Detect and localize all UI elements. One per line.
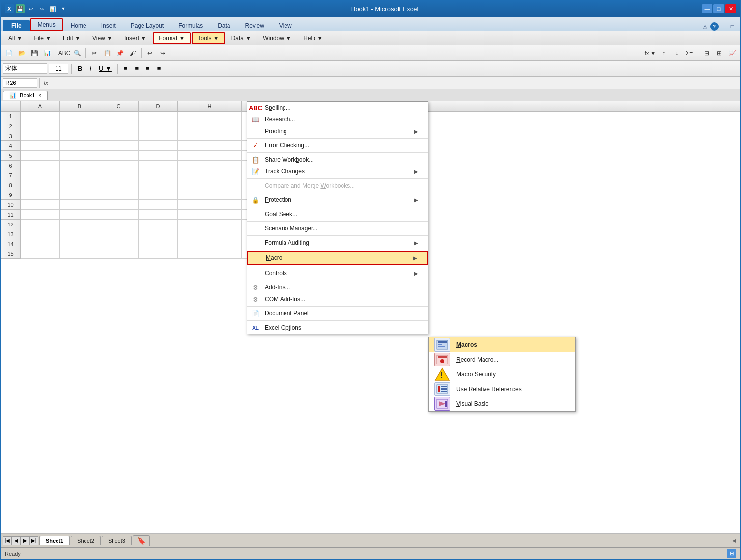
cell[interactable] bbox=[139, 112, 178, 121]
submenu-item-macro-security[interactable]: ! Macro Security bbox=[429, 367, 575, 382]
workbook-close-button[interactable]: × bbox=[38, 93, 41, 98]
cell[interactable] bbox=[99, 151, 139, 161]
menu-item-scenario[interactable]: Scenario Manager... bbox=[247, 223, 428, 234]
close-button[interactable]: ✕ bbox=[725, 4, 736, 13]
spell-btn[interactable]: ABC bbox=[58, 47, 70, 59]
tab-menus[interactable]: Menus bbox=[30, 18, 63, 31]
menu-item-macro[interactable]: Macro ▶ bbox=[247, 251, 428, 265]
italic-button[interactable]: I bbox=[86, 63, 94, 74]
cell[interactable] bbox=[60, 249, 99, 259]
submenu-item-record-macro[interactable]: Record Macro... bbox=[429, 352, 575, 367]
menu-window[interactable]: Window ▼ bbox=[257, 33, 297, 44]
cell[interactable] bbox=[21, 229, 60, 239]
undo-icon[interactable]: ↩ bbox=[27, 4, 35, 13]
tab-home[interactable]: Home bbox=[63, 20, 94, 31]
research-btn[interactable]: 🔍 bbox=[71, 47, 83, 59]
cell[interactable] bbox=[99, 161, 139, 170]
formula-input[interactable] bbox=[52, 79, 738, 87]
cell[interactable] bbox=[139, 210, 178, 220]
cell[interactable] bbox=[21, 151, 60, 161]
tab-view[interactable]: View bbox=[272, 20, 299, 31]
quick-save-icon[interactable]: 💾 bbox=[16, 4, 25, 13]
cell[interactable] bbox=[139, 121, 178, 131]
new-btn[interactable]: 📄 bbox=[3, 47, 15, 59]
cell[interactable] bbox=[99, 190, 139, 200]
cell[interactable] bbox=[178, 180, 242, 190]
borders-btn[interactable]: ⊟ bbox=[701, 47, 712, 59]
cell[interactable] bbox=[178, 112, 242, 121]
window-min-icon[interactable]: — bbox=[722, 23, 728, 30]
cell[interactable] bbox=[139, 200, 178, 210]
fx-btn[interactable]: fx ▼ bbox=[643, 47, 657, 59]
tab-formulas[interactable]: Formulas bbox=[171, 20, 210, 31]
align-left-button[interactable]: ≡ bbox=[121, 63, 131, 74]
cell[interactable] bbox=[21, 141, 60, 151]
save-btn[interactable]: 💾 bbox=[28, 47, 40, 59]
cell[interactable] bbox=[99, 200, 139, 210]
format-painter-btn[interactable]: 🖌 bbox=[127, 47, 139, 59]
menu-item-goal-seek[interactable]: Goal Seek... bbox=[247, 208, 428, 220]
workbook-tab-book1[interactable]: 📊 Book1 × bbox=[3, 91, 48, 100]
cell-reference-input[interactable] bbox=[3, 78, 37, 88]
align-center-button[interactable]: ≡ bbox=[132, 63, 142, 74]
cell[interactable] bbox=[60, 131, 99, 141]
cell[interactable] bbox=[139, 170, 178, 180]
menu-item-protection[interactable]: 🔒 Protection ▶ bbox=[247, 194, 428, 206]
cell[interactable] bbox=[60, 151, 99, 161]
submenu-item-visual-basic[interactable]: Visual Basic bbox=[429, 396, 575, 411]
sheet-nav-last[interactable]: ▶| bbox=[29, 536, 38, 545]
cell[interactable] bbox=[178, 121, 242, 131]
sheet-nav-next[interactable]: ▶ bbox=[21, 536, 29, 545]
quick-print-icon[interactable]: 📊 bbox=[48, 4, 57, 13]
cell[interactable] bbox=[21, 161, 60, 170]
cell[interactable] bbox=[139, 239, 178, 249]
cell[interactable] bbox=[178, 161, 242, 170]
font-size-input[interactable] bbox=[49, 64, 68, 74]
qat-dropdown-icon[interactable]: ▼ bbox=[59, 4, 68, 13]
menu-format[interactable]: Format ▼ bbox=[153, 32, 191, 44]
cell[interactable] bbox=[99, 112, 139, 121]
cell[interactable] bbox=[178, 210, 242, 220]
save-as-btn[interactable]: 📊 bbox=[41, 47, 53, 59]
cell[interactable] bbox=[21, 180, 60, 190]
menu-item-share-workbook[interactable]: 📋 Share Workbook... bbox=[247, 154, 428, 166]
cell[interactable] bbox=[139, 249, 178, 259]
cell[interactable] bbox=[60, 200, 99, 210]
undo-btn[interactable]: ↩ bbox=[144, 47, 156, 59]
chart-btn[interactable]: 📈 bbox=[726, 47, 738, 59]
cell[interactable] bbox=[21, 131, 60, 141]
cell[interactable] bbox=[139, 190, 178, 200]
tab-page-layout[interactable]: Page Layout bbox=[123, 20, 171, 31]
cell[interactable] bbox=[139, 220, 178, 229]
cell[interactable] bbox=[60, 180, 99, 190]
redo-icon[interactable]: ↪ bbox=[37, 4, 46, 13]
status-view-normal[interactable]: ⊞ bbox=[727, 549, 736, 558]
cell[interactable] bbox=[178, 151, 242, 161]
menu-item-formula-auditing[interactable]: Formula Auditing ▶ bbox=[247, 237, 428, 249]
collapse-ribbon-icon[interactable]: △ bbox=[703, 23, 707, 30]
sheet-tab-add[interactable]: 🔖 bbox=[133, 535, 150, 546]
cell[interactable] bbox=[60, 210, 99, 220]
sheet-tab-sheet3[interactable]: Sheet3 bbox=[102, 536, 132, 545]
help-icon[interactable]: ? bbox=[710, 22, 719, 31]
cell[interactable] bbox=[99, 249, 139, 259]
autosum-btn[interactable]: Σ= bbox=[684, 47, 695, 59]
menu-data[interactable]: Data ▼ bbox=[226, 33, 257, 44]
cell[interactable] bbox=[21, 170, 60, 180]
cell[interactable] bbox=[60, 161, 99, 170]
cell[interactable] bbox=[99, 141, 139, 151]
cell[interactable] bbox=[21, 190, 60, 200]
sheet-tab-sheet2[interactable]: Sheet2 bbox=[71, 536, 101, 545]
open-btn[interactable]: 📂 bbox=[16, 47, 28, 59]
menu-all[interactable]: All ▼ bbox=[3, 33, 28, 44]
menu-edit[interactable]: Edit ▼ bbox=[57, 33, 86, 44]
bold-button[interactable]: B bbox=[75, 63, 85, 74]
cell[interactable] bbox=[60, 190, 99, 200]
menu-item-addins[interactable]: ⚙ Add-Ins... bbox=[247, 281, 428, 293]
cell[interactable] bbox=[99, 239, 139, 249]
menu-file[interactable]: File ▼ bbox=[29, 33, 57, 44]
cell[interactable] bbox=[60, 229, 99, 239]
cell[interactable] bbox=[139, 131, 178, 141]
sort-desc-btn[interactable]: ↓ bbox=[671, 47, 683, 59]
cell[interactable] bbox=[99, 210, 139, 220]
